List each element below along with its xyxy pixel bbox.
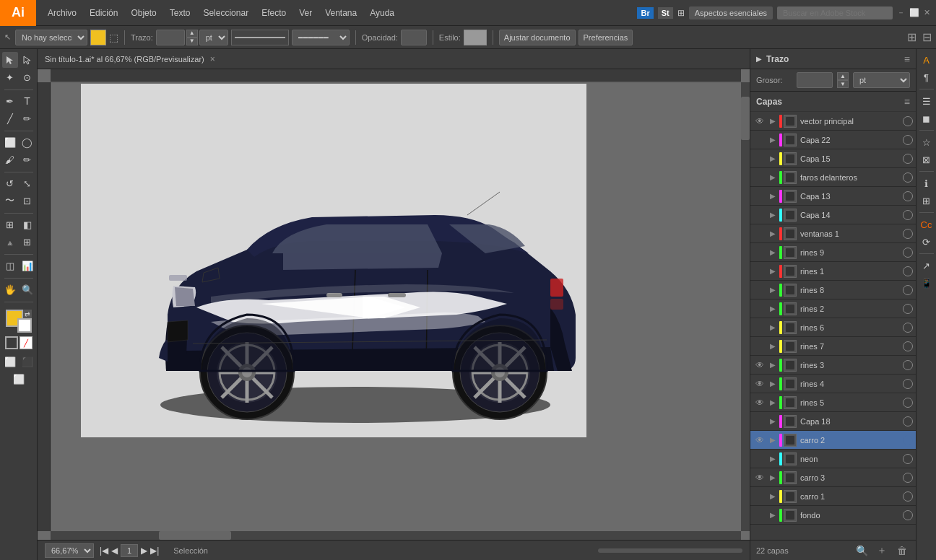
perspective-grid-tool[interactable]: ⟁ xyxy=(2,234,18,250)
layer-expand[interactable]: ▶ xyxy=(768,491,778,502)
stock-icon[interactable]: St xyxy=(658,7,673,19)
layer-item[interactable]: · ▶ rines 2 xyxy=(750,299,916,318)
ri-align-btn[interactable]: ⊞ xyxy=(919,193,935,209)
type-tool[interactable]: T xyxy=(20,93,35,109)
layer-eye[interactable]: · xyxy=(753,209,766,222)
layer-item[interactable]: · ▶ Capa 13 xyxy=(750,187,916,206)
trazo-up[interactable]: ▲ xyxy=(186,30,198,38)
ri-symbols-btn[interactable]: ☆ xyxy=(919,134,935,150)
layer-item[interactable]: 👁 ▶ rines 3 xyxy=(750,356,916,375)
layers-panel-menu[interactable]: ≡ xyxy=(904,96,910,108)
layer-expand[interactable]: ▶ xyxy=(768,304,778,314)
layer-target[interactable] xyxy=(903,116,913,126)
layer-eye[interactable]: · xyxy=(753,134,766,146)
layer-expand[interactable]: ▶ xyxy=(768,379,778,389)
h-scrollbar[interactable] xyxy=(51,531,741,540)
ri-info-btn[interactable]: ℹ xyxy=(919,175,935,191)
zoom-tool[interactable]: 🔍 xyxy=(20,281,35,297)
layer-target[interactable] xyxy=(903,266,913,276)
zoom-select[interactable]: 66,67% xyxy=(45,543,94,558)
layer-target[interactable] xyxy=(903,248,913,258)
layer-eye[interactable]: · xyxy=(753,152,766,165)
layer-target[interactable] xyxy=(903,191,913,201)
layer-target[interactable] xyxy=(903,304,913,314)
workspace-button[interactable]: Aspectos esenciales xyxy=(689,6,773,19)
menu-ayuda[interactable]: Ayuda xyxy=(364,5,400,21)
rectangle-tool[interactable]: ⬜ xyxy=(2,134,18,150)
layer-eye[interactable]: · xyxy=(753,321,766,334)
next-page-btn[interactable]: ▶ xyxy=(141,546,147,556)
ri-layers-btn[interactable]: A xyxy=(919,52,935,68)
ri-graphic-styles-btn[interactable]: ⊠ xyxy=(919,152,935,167)
shape-builder-tool[interactable]: ⊞ xyxy=(2,216,18,232)
pencil-tool[interactable]: ✏ xyxy=(20,152,35,167)
layer-expand[interactable]: ▶ xyxy=(768,172,778,183)
layer-expand[interactable]: ▶ xyxy=(768,341,778,351)
stroke-indicator[interactable] xyxy=(5,336,18,349)
paintbrush-tool[interactable]: 🖌 xyxy=(2,152,18,167)
gradient-tool[interactable]: ◫ xyxy=(2,258,18,274)
menu-efecto[interactable]: Efecto xyxy=(256,5,292,21)
layer-item[interactable]: 👁 ▶ carro 2 xyxy=(750,431,916,450)
layer-eye[interactable]: · xyxy=(753,490,766,503)
bridge-icon[interactable]: Br xyxy=(637,7,653,19)
layer-eye[interactable]: 👁 xyxy=(753,396,766,409)
layer-eye[interactable]: · xyxy=(753,340,766,353)
none-indicator[interactable]: ╱ xyxy=(20,336,32,349)
layer-eye[interactable]: 👁 xyxy=(753,377,766,390)
lasso-tool[interactable]: ⊙ xyxy=(20,69,35,85)
magic-wand-tool[interactable]: ✦ xyxy=(2,69,18,85)
menu-archivo[interactable]: Archivo xyxy=(42,5,82,21)
layers-delete-btn[interactable]: 🗑 xyxy=(894,543,910,559)
layer-eye[interactable]: · xyxy=(753,265,766,278)
layer-expand[interactable]: ▶ xyxy=(768,416,778,426)
menu-texto[interactable]: Texto xyxy=(164,5,196,21)
layer-target[interactable] xyxy=(903,379,913,389)
live-paint-tool[interactable]: ◧ xyxy=(20,216,35,232)
layer-item[interactable]: 👁 ▶ rines 5 xyxy=(750,393,916,412)
layer-eye[interactable]: · xyxy=(753,452,766,465)
layer-eye[interactable]: 👁 xyxy=(753,434,766,447)
grid-icon[interactable]: ⊞ xyxy=(677,8,685,18)
free-transform[interactable]: ⊡ xyxy=(20,193,35,209)
layer-expand[interactable]: ▶ xyxy=(768,398,778,408)
ellipse-tool[interactable]: ◯ xyxy=(20,134,35,150)
layer-eye[interactable]: · xyxy=(753,190,766,203)
layer-expand[interactable]: ▶ xyxy=(768,135,778,145)
layer-target[interactable] xyxy=(903,454,913,464)
swap-colors-button[interactable]: ⇄ xyxy=(23,310,32,318)
layer-target[interactable] xyxy=(903,285,913,295)
layer-item[interactable]: · ▶ Capa 18 xyxy=(750,412,916,431)
layer-expand[interactable]: ▶ xyxy=(768,210,778,220)
layer-item[interactable]: · ▶ Capa 15 xyxy=(750,149,916,168)
layer-item[interactable]: · ▶ rines 8 xyxy=(750,281,916,299)
layers-search-btn[interactable]: 🔍 xyxy=(854,543,870,559)
layer-eye[interactable]: · xyxy=(753,302,766,315)
arrange-icon[interactable]: ⊞ xyxy=(907,30,916,44)
layer-target[interactable] xyxy=(903,491,913,502)
layer-item[interactable]: · ▶ carro 1 xyxy=(750,487,916,506)
layer-expand[interactable]: ▶ xyxy=(768,454,778,464)
layer-expand[interactable]: ▶ xyxy=(768,473,778,483)
menu-objeto[interactable]: Objeto xyxy=(125,5,162,21)
grosor-up[interactable]: ▲ xyxy=(837,72,849,80)
maximize-icon[interactable]: ⬜ xyxy=(909,8,919,17)
layer-expand[interactable]: ▶ xyxy=(768,116,778,126)
fill-color-box[interactable] xyxy=(90,30,106,45)
opacidad-input[interactable]: 25% xyxy=(401,30,427,45)
layer-target[interactable] xyxy=(903,435,913,445)
layer-item[interactable]: 👁 ▶ vector principal xyxy=(750,112,916,131)
stroke-panel-menu[interactable]: ≡ xyxy=(904,53,910,65)
layer-expand[interactable]: ▶ xyxy=(768,266,778,276)
artboard[interactable] xyxy=(81,84,586,437)
menu-seleccionar[interactable]: Seleccionar xyxy=(197,5,254,21)
first-page-btn[interactable]: |◀ xyxy=(100,546,108,556)
layer-target[interactable] xyxy=(903,172,913,183)
direct-selection-tool[interactable] xyxy=(20,52,35,68)
layer-eye[interactable]: 👁 xyxy=(753,471,766,484)
layer-target[interactable] xyxy=(903,210,913,220)
mesh-tool[interactable]: ⊞ xyxy=(20,234,35,250)
layer-item[interactable]: 👁 ▶ rines 4 xyxy=(750,375,916,393)
v-scrollbar[interactable] xyxy=(741,82,750,531)
trazo-unit[interactable]: pt xyxy=(199,30,228,45)
